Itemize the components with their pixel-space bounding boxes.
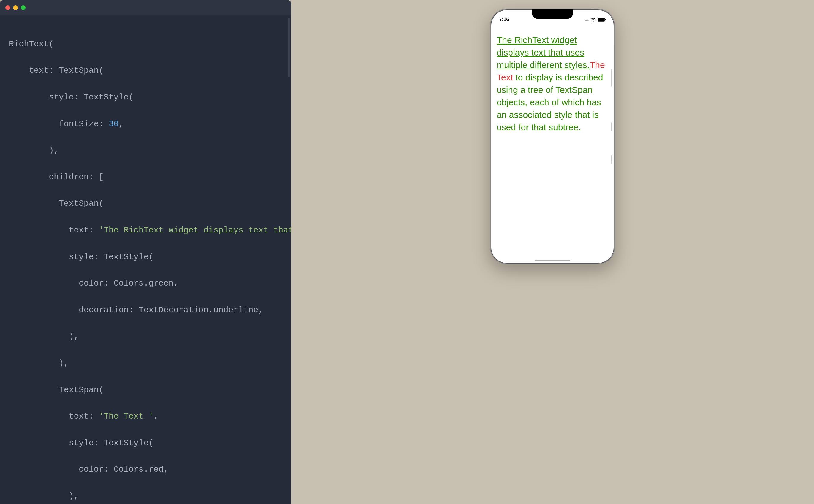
svg-rect-1 — [598, 18, 604, 21]
code-line-2: text: TextSpan( — [9, 64, 282, 77]
code-line-17: color: Colors.red, — [9, 463, 282, 476]
code-line-7: TextSpan( — [9, 197, 282, 210]
code-line-8: text: 'The RichText widget displays text… — [9, 224, 282, 237]
editor-scrollbar[interactable] — [288, 18, 290, 77]
phone-notch — [532, 9, 573, 19]
code-line-4: fontSize: 30, — [9, 118, 282, 131]
code-editor[interactable]: RichText( text: TextSpan( style: TextSty… — [0, 15, 291, 504]
code-line-18: ), — [9, 490, 282, 503]
maximize-button[interactable] — [21, 5, 26, 10]
code-line-1: RichText( — [9, 38, 282, 51]
home-indicator — [535, 260, 570, 261]
code-line-13: ), — [9, 357, 282, 370]
phone-content: The RichText widget displays text that u… — [491, 25, 614, 255]
side-button-power — [614, 78, 615, 107]
code-line-16: style: TextStyle( — [9, 437, 282, 450]
title-bar — [0, 0, 291, 15]
svg-rect-2 — [605, 19, 606, 20]
code-line-12: ), — [9, 330, 282, 343]
battery-icon — [598, 18, 606, 23]
rich-text-display: The RichText widget displays text that u… — [497, 34, 608, 134]
close-button[interactable] — [5, 5, 10, 10]
status-icons: ▪▪▪ — [585, 18, 606, 23]
code-line-3: style: TextStyle( — [9, 91, 282, 104]
code-line-9: style: TextStyle( — [9, 251, 282, 264]
editor-panel: RichText( text: TextSpan( style: TextSty… — [0, 0, 291, 504]
status-time: 7:16 — [499, 17, 509, 23]
code-line-6: children: [ — [9, 171, 282, 184]
minimize-button[interactable] — [13, 5, 18, 10]
code-line-15: text: 'The Text ', — [9, 410, 282, 423]
code-line-14: TextSpan( — [9, 383, 282, 397]
wifi-icon — [590, 18, 596, 23]
phone-mockup: 7:16 ▪▪▪ — [490, 9, 615, 264]
phone-panel: 7:16 ▪▪▪ — [291, 0, 814, 504]
code-line-10: color: Colors.green, — [9, 277, 282, 290]
code-line-5: ), — [9, 144, 282, 157]
code-line-11: decoration: TextDecoration.underline, — [9, 304, 282, 317]
green-underline-text: The RichText widget displays text that u… — [497, 35, 590, 70]
signal-bars-icon: ▪▪▪ — [585, 18, 589, 22]
